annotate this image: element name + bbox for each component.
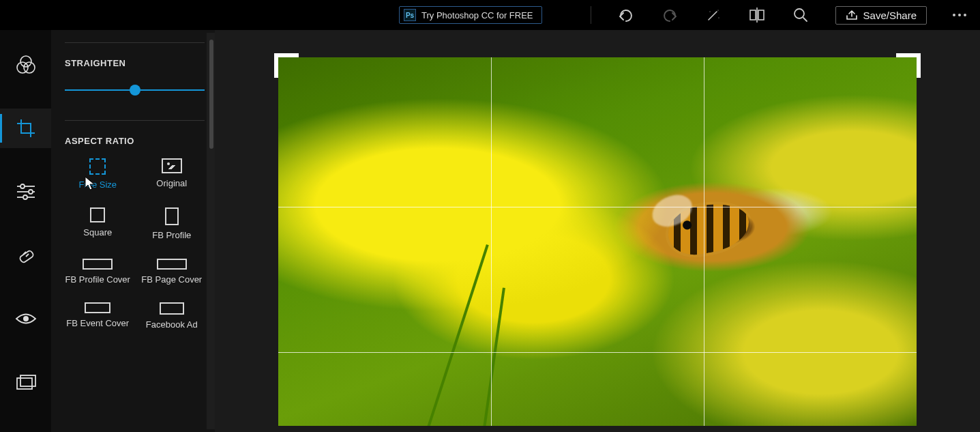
try-photoshop-label: Try Photoshop CC for FREE: [421, 10, 533, 20]
aspect-ratio-fbcover[interactable]: FB Profile Cover: [65, 259, 131, 285]
borders-tool[interactable]: [0, 362, 51, 402]
aspect-ratio-shape-icon: [90, 207, 105, 222]
svg-point-20: [23, 316, 29, 321]
aspect-ratio-fbpage[interactable]: FB Page Cover: [139, 259, 205, 285]
aspect-ratio-shape-icon: [157, 259, 187, 270]
aspect-ratio-fbad[interactable]: Facebook Ad: [139, 302, 205, 330]
toolbar-separator: [591, 6, 591, 24]
aspect-ratio-label: FB Page Cover: [141, 275, 202, 285]
panel-divider: [65, 120, 205, 121]
aspect-ratio-label: FB Event Cover: [66, 319, 129, 328]
svg-point-14: [29, 190, 33, 194]
crop-gridline: [278, 207, 917, 207]
aspect-ratio-shape-icon: [83, 259, 113, 270]
blemish-tool[interactable]: [0, 235, 51, 275]
svg-point-16: [23, 195, 27, 199]
straighten-heading: STRAIGHTEN: [65, 58, 205, 68]
crop-gridline: [491, 57, 492, 426]
redeye-tool[interactable]: [0, 299, 51, 339]
svg-point-0: [709, 11, 710, 12]
aspect-ratio-original[interactable]: Original: [139, 158, 205, 190]
crop-gridline: [704, 57, 704, 426]
crop-frame[interactable]: [278, 57, 917, 426]
svg-rect-22: [20, 375, 35, 386]
aspect-ratio-label: Facebook Ad: [146, 320, 198, 330]
aspect-ratio-fbprofile[interactable]: FB Profile: [139, 207, 205, 240]
undo-button[interactable]: [617, 6, 635, 24]
svg-point-9: [17, 62, 28, 73]
aspect-ratio-heading: ASPECT RATIO: [65, 136, 205, 146]
crop-panel: STRAIGHTEN ASPECT RATIO Free SizeOrigina…: [51, 30, 215, 432]
svg-point-6: [795, 9, 804, 18]
crop-tool[interactable]: [0, 109, 51, 148]
aspect-ratio-label: FB Profile Cover: [65, 275, 130, 285]
svg-point-12: [20, 184, 25, 188]
aspect-ratio-fbevent[interactable]: FB Event Cover: [65, 302, 131, 330]
svg-point-2: [718, 17, 719, 18]
panel-scrollbar-thumb[interactable]: [209, 40, 213, 149]
canvas-area[interactable]: [215, 30, 980, 432]
share-icon: [846, 10, 858, 20]
try-photoshop-button[interactable]: Ps Try Photoshop CC for FREE: [399, 6, 542, 24]
svg-rect-21: [17, 378, 32, 389]
svg-line-19: [26, 254, 29, 257]
svg-line-7: [803, 18, 807, 21]
tool-rail: [0, 30, 51, 432]
top-toolbar: Ps Try Photoshop CC for FREE: [0, 0, 980, 30]
auto-enhance-button[interactable]: [704, 6, 722, 24]
svg-point-1: [717, 10, 718, 10]
aspect-ratio-grid: Free SizeOriginalSquareFB ProfileFB Prof…: [65, 158, 205, 330]
aspect-ratio-shape-icon: [85, 302, 110, 313]
zoom-button[interactable]: [792, 6, 810, 24]
svg-rect-4: [758, 10, 764, 20]
straighten-slider[interactable]: [65, 81, 205, 101]
aspect-ratio-label: Original: [156, 179, 187, 188]
save-share-label: Save/Share: [863, 10, 917, 21]
aspect-ratio-label: Free Size: [78, 180, 117, 190]
aspect-ratio-shape-icon: [165, 207, 179, 225]
svg-point-10: [24, 62, 35, 73]
corrections-tool[interactable]: [0, 172, 51, 212]
redo-button[interactable]: [661, 6, 679, 24]
aspect-ratio-shape-icon: [160, 302, 184, 315]
aspect-ratio-shape-icon: [162, 158, 182, 173]
crop-handle-top-left[interactable]: [274, 53, 299, 78]
slider-thumb[interactable]: [130, 85, 140, 96]
svg-point-8: [20, 56, 31, 67]
aspect-ratio-shape-icon: [89, 158, 106, 175]
save-share-button[interactable]: Save/Share: [835, 6, 927, 25]
more-menu-button[interactable]: [953, 14, 966, 16]
crop-gridline: [278, 352, 917, 353]
flip-button[interactable]: [748, 6, 766, 24]
aspect-ratio-label: FB Profile: [152, 231, 191, 240]
photo-image: [278, 57, 917, 426]
panel-divider: [65, 42, 205, 43]
crop-handle-top-right[interactable]: [896, 53, 921, 78]
aspect-ratio-free[interactable]: Free Size: [65, 158, 131, 190]
aspect-ratio-label: Square: [83, 228, 112, 237]
looks-tool[interactable]: [0, 45, 51, 85]
aspect-ratio-square[interactable]: Square: [65, 207, 131, 240]
panel-scrollbar-track[interactable]: [207, 33, 215, 429]
svg-rect-3: [750, 10, 756, 20]
photoshop-icon: Ps: [404, 9, 416, 21]
